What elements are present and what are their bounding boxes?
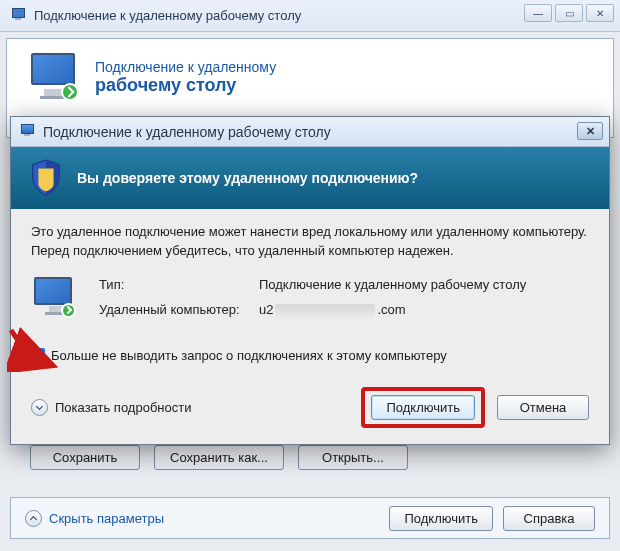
rdc-icon <box>10 8 26 24</box>
bg-save-as-button[interactable]: Сохранить как... <box>154 445 284 470</box>
bg-header-text: Подключение к удаленному рабочему столу <box>95 59 276 96</box>
dialog-ribbon: Вы доверяете этому удаленному подключени… <box>11 147 609 209</box>
cancel-button[interactable]: Отмена <box>497 395 589 420</box>
maximize-button[interactable]: ▭ <box>555 4 583 22</box>
dialog-titlebar: Подключение к удаленному рабочему столу … <box>11 117 609 147</box>
dialog-footer: Показать подробности Подключить Отмена <box>31 387 589 428</box>
dialog-close-button[interactable]: ✕ <box>577 122 603 140</box>
show-details-expander[interactable]: Показать подробности <box>31 399 191 416</box>
bg-header-line1: Подключение к удаленному <box>95 59 276 75</box>
hide-options-expander[interactable]: Скрыть параметры <box>25 510 164 527</box>
host-redacted <box>275 304 375 317</box>
ribbon-text: Вы доверяете этому удаленному подключени… <box>77 170 418 186</box>
connected-badge-icon <box>61 303 76 318</box>
bg-settings-buttons: Сохранить Сохранить как... Открыть... <box>30 445 408 470</box>
bg-help-button[interactable]: Справка <box>503 506 595 531</box>
dont-ask-row: Больше не выводить запрос о подключениях… <box>31 348 589 363</box>
show-details-label: Показать подробности <box>55 400 191 415</box>
host-label: Удаленный компьютер: <box>99 302 259 317</box>
rdc-icon <box>19 124 35 140</box>
connect-button[interactable]: Подключить <box>371 395 475 420</box>
type-label: Тип: <box>99 277 259 292</box>
host-suffix: .com <box>377 302 405 317</box>
connection-info: Тип: Подключение к удаленному рабочему с… <box>31 277 589 330</box>
rdc-icon <box>31 277 81 330</box>
dialog-body: Это удаленное подключение может нанести … <box>11 209 609 444</box>
bg-open-button[interactable]: Открыть... <box>298 445 408 470</box>
hide-options-label: Скрыть параметры <box>49 511 164 526</box>
bg-save-button[interactable]: Сохранить <box>30 445 140 470</box>
bg-footer: Скрыть параметры Подключить Справка <box>10 497 610 539</box>
trust-dialog: Подключение к удаленному рабочему столу … <box>10 116 610 445</box>
chevron-down-icon <box>31 399 48 416</box>
dialog-title: Подключение к удаленному рабочему столу <box>43 124 331 140</box>
host-value: u2.com <box>259 302 406 317</box>
window-controls: — ▭ ✕ <box>524 4 614 22</box>
bg-title: Подключение к удаленному рабочему столу <box>34 8 301 23</box>
warning-text: Это удаленное подключение может нанести … <box>31 223 589 261</box>
rdc-logo-icon <box>25 53 81 101</box>
bg-header-line2: рабочему столу <box>95 75 276 96</box>
host-prefix: u2 <box>259 302 273 317</box>
minimize-button[interactable]: — <box>524 4 552 22</box>
bg-connect-button[interactable]: Подключить <box>389 506 493 531</box>
shield-icon <box>29 159 63 197</box>
connected-badge-icon <box>61 83 79 101</box>
bg-titlebar: Подключение к удаленному рабочему столу … <box>0 0 620 32</box>
annotation-highlight: Подключить <box>361 387 485 428</box>
dont-ask-checkbox[interactable] <box>31 348 45 362</box>
close-button[interactable]: ✕ <box>586 4 614 22</box>
type-value: Подключение к удаленному рабочему столу <box>259 277 526 292</box>
chevron-up-icon <box>25 510 42 527</box>
dont-ask-label[interactable]: Больше не выводить запрос о подключениях… <box>51 348 447 363</box>
